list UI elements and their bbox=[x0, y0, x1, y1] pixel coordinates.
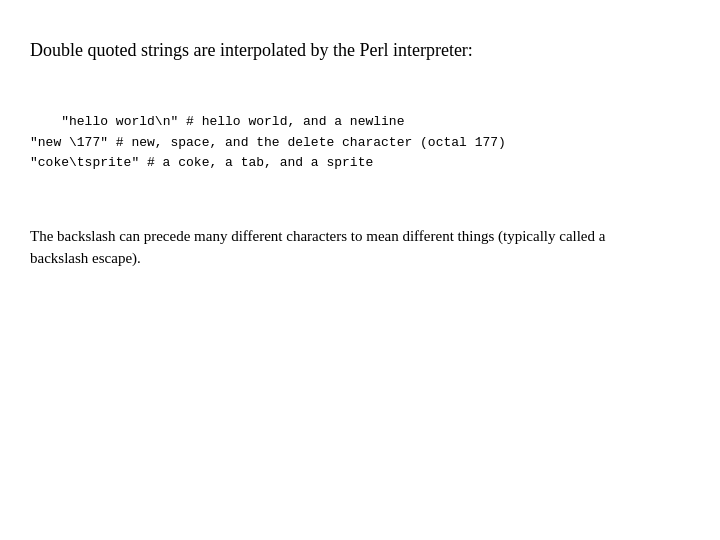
code-line-2: "new \177" # new, space, and the delete … bbox=[30, 135, 506, 150]
code-line-1: "hello world\n" # hello world, and a new… bbox=[61, 114, 404, 129]
page-title: Double quoted strings are interpolated b… bbox=[30, 40, 690, 61]
description-text: The backslash can precede many different… bbox=[30, 225, 650, 270]
page-container: Double quoted strings are interpolated b… bbox=[0, 0, 720, 540]
code-block: "hello world\n" # hello world, and a new… bbox=[30, 91, 690, 195]
code-line-3: "coke\tsprite" # a coke, a tab, and a sp… bbox=[30, 155, 373, 170]
